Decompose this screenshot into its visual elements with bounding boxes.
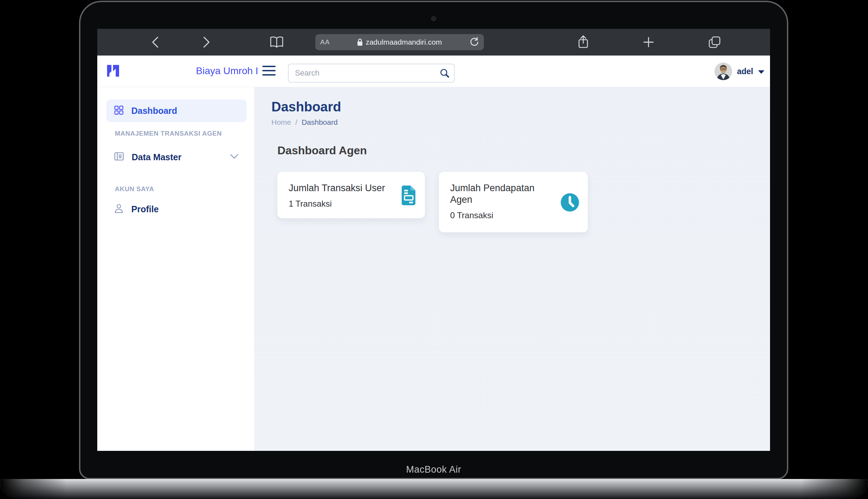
app-body: Dashboard MANAJEMEN TRANSAKSI AGEN Data … [97, 87, 770, 451]
card-transaksi-user[interactable]: Jumlah Transaksi User 1 Transaksi [277, 172, 425, 218]
avatar [715, 63, 732, 80]
breadcrumb-separator: / [295, 118, 297, 127]
laptop-base [0, 479, 868, 499]
clock-icon [560, 193, 579, 213]
menu-toggle-icon[interactable] [262, 66, 276, 78]
sidebar-section-transaksi: MANAJEMEN TRANSAKSI AGEN [115, 130, 254, 137]
forward-icon[interactable] [201, 29, 212, 56]
header-search [288, 64, 455, 83]
text-size-button[interactable]: AA [320, 38, 330, 46]
stat-cards: Jumlah Transaksi User 1 Transaksi Jumlah… [277, 172, 770, 232]
list-icon [114, 151, 124, 163]
laptop-lid: AA zadulmaadmandiri.com [79, 1, 788, 479]
sidebar: Dashboard MANAJEMEN TRANSAKSI AGEN Data … [97, 87, 255, 451]
sidebar-item-label: Profile [131, 204, 159, 214]
screen: AA zadulmaadmandiri.com [97, 29, 770, 451]
sidebar-item-label: Dashboard [131, 106, 177, 116]
search-icon[interactable] [439, 68, 450, 80]
webcam-dot [431, 16, 436, 21]
card-value: 1 Transaksi [289, 199, 414, 209]
brand-name[interactable]: Biaya Umroh I [196, 65, 259, 77]
section-title: Dashboard Agen [277, 144, 770, 157]
search-input[interactable] [288, 64, 455, 83]
url-text: zadulmaadmandiri.com [366, 38, 442, 46]
page-title: Dashboard [271, 99, 770, 115]
chevron-down-icon [758, 70, 764, 74]
chevron-down-icon [230, 154, 239, 161]
card-title: Jumlah Transaksi User [289, 182, 414, 194]
lock-icon [357, 38, 363, 46]
sidebar-item-label: Data Master [132, 152, 182, 162]
breadcrumb-home[interactable]: Home [271, 118, 291, 127]
sidebar-item-data-master[interactable]: Data Master [106, 146, 246, 168]
back-icon[interactable] [150, 29, 160, 56]
card-pendapatan-agen[interactable]: Jumlah Pendapatan Agen 0 Transaksi [439, 172, 588, 232]
user-menu[interactable]: adel [715, 63, 764, 80]
sidebar-section-akun: AKUN SAYA [115, 185, 254, 193]
address-bar[interactable]: AA zadulmaadmandiri.com [315, 34, 484, 50]
breadcrumb: Home / Dashboard [271, 118, 770, 127]
main-content: Dashboard Home / Dashboard Dashboard Age… [255, 87, 770, 451]
reload-icon[interactable] [469, 37, 480, 49]
user-icon [114, 203, 124, 215]
card-value: 0 Transaksi [450, 210, 577, 220]
sidebar-item-profile[interactable]: Profile [106, 198, 246, 220]
tabs-overview-icon[interactable] [707, 29, 722, 56]
card-title: Jumlah Pendapatan Agen [450, 182, 555, 206]
user-name: adel [737, 67, 753, 76]
app-header: Biaya Umroh I adel [97, 56, 770, 87]
breadcrumb-current: Dashboard [302, 118, 338, 127]
bookmarks-book-icon[interactable] [269, 29, 284, 56]
brand-logo-icon[interactable] [106, 63, 120, 80]
document-icon [400, 185, 416, 207]
grid-icon [114, 105, 124, 116]
device-label: MacBook Air [80, 464, 787, 475]
browser-toolbar: AA zadulmaadmandiri.com [97, 29, 770, 56]
share-icon[interactable] [576, 29, 590, 56]
new-tab-plus-icon[interactable] [642, 29, 655, 56]
sidebar-item-dashboard[interactable]: Dashboard [106, 99, 246, 122]
